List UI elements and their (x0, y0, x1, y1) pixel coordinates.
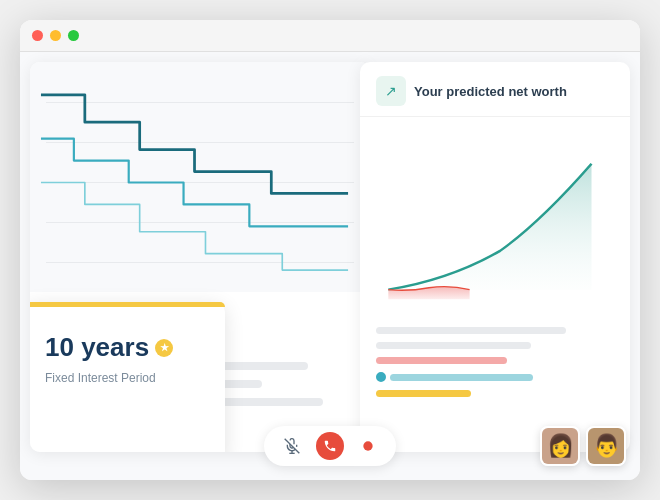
right-skeleton-line-yellow (376, 390, 471, 397)
minimize-button[interactable] (50, 30, 61, 41)
left-panel: 10 years ★ Fixed Interest Period (30, 62, 370, 452)
chart-area (30, 62, 370, 292)
arrow-icon: ↗ (385, 83, 397, 99)
browser-titlebar (20, 20, 640, 52)
right-bottom-content (360, 317, 630, 415)
end-call-button[interactable] (316, 432, 344, 460)
net-worth-svg (368, 125, 622, 309)
mortgage-chart-svg (30, 62, 370, 292)
svg-point-3 (363, 441, 372, 450)
badge-icon: ★ (155, 339, 173, 357)
mute-button[interactable] (278, 432, 306, 460)
avatar-2: 👨 (586, 426, 626, 466)
net-worth-chart (360, 117, 630, 317)
right-skeleton-line (376, 327, 566, 334)
period-label: Fixed Interest Period (45, 371, 205, 385)
net-worth-title: Your predicted net worth (414, 84, 567, 99)
right-skeleton-line-pink (376, 357, 507, 364)
maximize-button[interactable] (68, 30, 79, 41)
right-skeleton-line (376, 342, 531, 349)
browser-content: 10 years ★ Fixed Interest Period ↗ Your … (20, 52, 640, 480)
close-button[interactable] (32, 30, 43, 41)
avatar-1: 👩 (540, 426, 580, 466)
right-skeleton-line-teal (390, 374, 533, 381)
record-button[interactable] (354, 432, 382, 460)
years-text: 10 years (45, 332, 149, 363)
call-controls (264, 426, 396, 466)
net-worth-header: ↗ Your predicted net worth (360, 62, 630, 117)
avatar-area: 👩 👨 (540, 426, 626, 466)
card-top-bar (30, 302, 225, 307)
info-card: 10 years ★ Fixed Interest Period (30, 302, 225, 452)
right-panel: ↗ Your predicted net worth (360, 62, 630, 452)
years-value: 10 years ★ (45, 332, 205, 363)
arrow-box: ↗ (376, 76, 406, 106)
browser-window: 10 years ★ Fixed Interest Period ↗ Your … (20, 20, 640, 480)
